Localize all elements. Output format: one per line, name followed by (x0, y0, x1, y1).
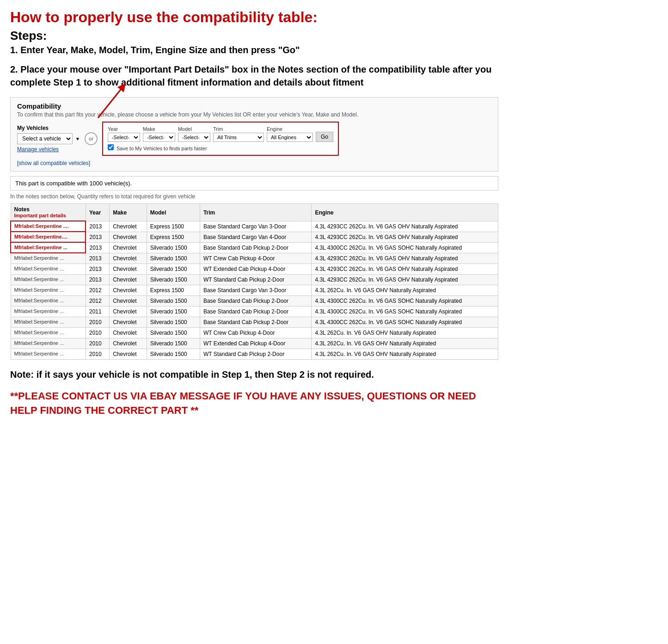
compatibility-section: Compatibility To confirm that this part … (10, 97, 498, 172)
notes-cell: Mfrlabel:Serpentine ... (11, 264, 86, 274)
make-cell: Chevrolet (110, 274, 147, 285)
notes-subtext: Important part details (14, 213, 82, 218)
vehicle-select[interactable]: Select a vehicle (17, 133, 73, 144)
make-field: Make -Select- (143, 126, 175, 142)
year-cell: 2010 (86, 349, 109, 359)
notes-cell: Mfrlabel:Serpentine ... (11, 242, 86, 253)
dropdown-arrow-icon: ▼ (75, 136, 80, 141)
engine-cell: 4.3L 4300CC 262Cu. In. V6 GAS SOHC Natur… (312, 295, 498, 306)
compatibility-table: Notes Important part details Year Make M… (10, 203, 498, 360)
compat-subtext: To confirm that this part fits your vehi… (17, 111, 491, 118)
make-cell: Chevrolet (110, 242, 147, 253)
make-cell: Chevrolet (110, 295, 147, 306)
notes-cell: Mfrlabel:Serpentine ... (11, 295, 86, 306)
notes-cell: Mfrlabel:Serpentine ... (11, 327, 86, 338)
model-cell: Express 1500 (147, 232, 200, 242)
table-row: Mfrlabel:Serpentine ...2012ChevroletExpr… (11, 285, 498, 295)
engine-cell: 4.3L 262Cu. In. V6 GAS OHV Naturally Asp… (312, 338, 498, 349)
model-cell: Silverado 1500 (147, 274, 200, 285)
table-row: Mfrlabel:Serpentine....2013ChevroletExpr… (11, 232, 498, 242)
col-header-trim: Trim (200, 204, 311, 221)
manage-vehicles-link[interactable]: Manage vehicles (17, 146, 80, 153)
trim-cell: WT Crew Cab Pickup 4-Door (200, 327, 311, 338)
make-cell: Chevrolet (110, 264, 147, 274)
bottom-note: Note: if it says your vehicle is not com… (10, 368, 498, 381)
notes-cell: Mfrlabel:Serpentine ... (11, 338, 86, 349)
table-row: Mfrlabel:Serpentine ...2013ChevroletSilv… (11, 253, 498, 264)
trim-cell: Base Standard Cargo Van 4-Door (200, 232, 311, 242)
trim-cell: Base Standard Cargo Van 3-Door (200, 285, 311, 295)
engine-cell: 4.3L 4300CC 262Cu. In. V6 GAS SOHC Natur… (312, 306, 498, 317)
model-cell: Silverado 1500 (147, 327, 200, 338)
year-cell: 2010 (86, 327, 109, 338)
col-header-make: Make (110, 204, 147, 221)
model-cell: Silverado 1500 (147, 306, 200, 317)
or-divider: or (85, 132, 98, 145)
model-cell: Silverado 1500 (147, 338, 200, 349)
trim-cell: WT Standard Cab Pickup 2-Door (200, 349, 311, 359)
engine-label: Engine (267, 126, 313, 132)
vehicle-select-wrap: Select a vehicle ▼ (17, 133, 80, 144)
my-vehicles-label: My Vehicles (17, 125, 80, 131)
engine-cell: 4.3L 4293CC 262Cu. In. V6 GAS OHV Natura… (312, 274, 498, 285)
table-row: Mfrlabel:Serpentine ....2013ChevroletExp… (11, 221, 498, 232)
make-cell: Chevrolet (110, 232, 147, 242)
engine-cell: 4.3L 4300CC 262Cu. In. V6 GAS SOHC Natur… (312, 242, 498, 253)
engine-cell: 4.3L 4293CC 262Cu. In. V6 GAS OHV Natura… (312, 232, 498, 242)
compat-heading: Compatibility (17, 102, 491, 110)
model-select[interactable]: -Select- (178, 133, 210, 142)
show-all-link[interactable]: [show all compatible vehicles] (17, 160, 90, 166)
col-header-notes: Notes Important part details (11, 204, 86, 221)
engine-select[interactable]: All Engines (267, 133, 313, 142)
model-cell: Silverado 1500 (147, 295, 200, 306)
make-cell: Chevrolet (110, 285, 147, 295)
make-select[interactable]: -Select- (143, 133, 175, 142)
contact-note: **PLEASE CONTACT US VIA EBAY MESSAGE IF … (10, 389, 498, 418)
engine-cell: 4.3L 262Cu. In. V6 GAS OHV Naturally Asp… (312, 349, 498, 359)
steps-label: Steps: (10, 29, 498, 43)
save-checkbox[interactable] (108, 144, 114, 150)
year-cell: 2012 (86, 295, 109, 306)
col-header-model: Model (147, 204, 200, 221)
year-cell: 2013 (86, 253, 109, 264)
trim-cell: WT Crew Cab Pickup 4-Door (200, 253, 311, 264)
compat-count-text: This part is compatible with 1000 vehicl… (15, 180, 132, 187)
my-vehicles-block: My Vehicles Select a vehicle ▼ Manage ve… (17, 125, 80, 153)
year-cell: 2013 (86, 232, 109, 242)
year-cell: 2011 (86, 306, 109, 317)
notes-cell: Mfrlabel:Serpentine ... (11, 317, 86, 327)
model-label: Model (178, 126, 210, 132)
year-cell: 2013 (86, 242, 109, 253)
trim-select[interactable]: All Trims (213, 133, 264, 142)
table-row: Mfrlabel:Serpentine ...2010ChevroletSilv… (11, 327, 498, 338)
trim-field: Trim All Trims (213, 126, 264, 142)
year-cell: 2013 (86, 264, 109, 274)
col-header-engine: Engine (312, 204, 498, 221)
year-cell: 2013 (86, 274, 109, 285)
year-select[interactable]: -Select- (108, 133, 140, 142)
trim-cell: Base Standard Cab Pickup 2-Door (200, 295, 311, 306)
go-button[interactable]: Go (316, 132, 333, 142)
model-cell: Express 1500 (147, 221, 200, 232)
trim-label: Trim (213, 126, 264, 132)
make-label: Make (143, 126, 175, 132)
model-cell: Express 1500 (147, 285, 200, 295)
engine-cell: 4.3L 4293CC 262Cu. In. V6 GAS OHV Natura… (312, 264, 498, 274)
engine-cell: 4.3L 4293CC 262Cu. In. V6 GAS OHV Natura… (312, 253, 498, 264)
table-body: Mfrlabel:Serpentine ....2013ChevroletExp… (11, 221, 498, 359)
trim-cell: WT Extended Cab Pickup 4-Door (200, 338, 311, 349)
model-cell: Silverado 1500 (147, 253, 200, 264)
year-field: Year -Select- (108, 126, 140, 142)
engine-field: Engine All Engines (267, 126, 313, 142)
table-row: Mfrlabel:Serpentine ...2013ChevroletSilv… (11, 274, 498, 285)
notes-cell: Mfrlabel:Serpentine ... (11, 253, 86, 264)
compat-controls-row: My Vehicles Select a vehicle ▼ Manage ve… (17, 122, 491, 156)
notes-cell: Mfrlabel:Serpentine.... (11, 232, 86, 242)
make-cell: Chevrolet (110, 221, 147, 232)
year-label: Year (108, 126, 140, 132)
notes-cell: Mfrlabel:Serpentine ... (11, 285, 86, 295)
engine-cell: 4.3L 262Cu. In. V6 GAS OHV Naturally Asp… (312, 327, 498, 338)
make-cell: Chevrolet (110, 338, 147, 349)
compat-area: Compatibility To confirm that this part … (10, 97, 498, 172)
engine-cell: 4.3L 4300CC 262Cu. In. V6 GAS SOHC Natur… (312, 317, 498, 327)
